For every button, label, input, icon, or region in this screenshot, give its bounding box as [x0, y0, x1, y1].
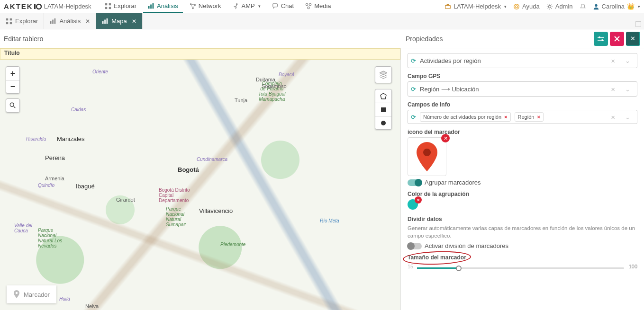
widget-title-input[interactable]: Título — [0, 48, 400, 60]
clear-icon[interactable]: × — [609, 113, 617, 121]
brand-name: AKTEK — [4, 2, 33, 10]
activity-value: Actividades por región — [420, 57, 605, 64]
refresh-icon[interactable]: ⟳ — [411, 86, 416, 93]
group-markers-toggle[interactable] — [408, 179, 422, 186]
map-city-label: Manizales — [57, 135, 85, 142]
svg-rect-16 — [445, 5, 451, 9]
editor-title: Editar tablero — [4, 35, 43, 43]
nav-network[interactable]: Network — [185, 0, 226, 13]
network-icon — [190, 3, 196, 9]
map-park-label: Parque Nacional Natural Los Nevados — [38, 228, 62, 248]
lifebuoy-icon — [513, 3, 520, 10]
zoom-in-button[interactable]: + — [6, 67, 19, 80]
pin-icon — [13, 290, 20, 299]
chevron-down-icon[interactable]: ⌄ — [621, 114, 634, 121]
slider-thumb[interactable] — [456, 266, 462, 271]
expand-icon[interactable] — [635, 21, 641, 27]
map-district-label: Bogotá Distrito Capital Departamento — [159, 187, 190, 203]
map-city-label: Tunja — [235, 97, 247, 103]
nav-analisis-label: Análisis — [157, 2, 178, 9]
svg-rect-4 — [105, 7, 107, 9]
svg-point-39 — [423, 149, 431, 156]
zoom-out-button[interactable]: − — [6, 80, 19, 93]
svg-rect-28 — [102, 21, 104, 24]
workspace-switcher[interactable]: LATAM-Helpdesk ▾ — [444, 3, 507, 10]
admin-link[interactable]: Admin — [546, 3, 573, 10]
remove-icon[interactable]: ✕ — [441, 134, 450, 142]
close-icon[interactable]: ✕ — [85, 18, 90, 25]
layers-button[interactable] — [375, 66, 392, 83]
chevron-down-icon[interactable]: ⌄ — [621, 82, 634, 96]
map-region-label: Boyacá — [279, 72, 294, 77]
activity-select[interactable]: ⟳ Actividades por región × ⌄ — [408, 53, 637, 68]
chevron-down-icon: ▾ — [638, 4, 640, 9]
split-label: Dividir datos — [408, 216, 637, 222]
pin-icon — [416, 142, 438, 171]
tab-analisis[interactable]: Análisis ✕ — [44, 13, 96, 29]
svg-rect-8 — [153, 3, 154, 8]
activate-split-toggle[interactable] — [408, 243, 422, 249]
map-region-label: Cundinamarca — [197, 157, 227, 162]
map-city-label: Girardot — [116, 197, 135, 203]
brand-logo: AKTEK — [4, 2, 42, 10]
nav-explorar[interactable]: Explorar — [100, 0, 141, 13]
refresh-icon[interactable]: ⟳ — [411, 114, 416, 121]
help-link[interactable]: Ayuda — [513, 3, 540, 10]
map-city-label: Armenia — [45, 176, 64, 181]
bell-icon — [580, 3, 586, 10]
notifications-button[interactable] — [580, 3, 586, 10]
svg-point-19 — [548, 5, 551, 8]
map-region-label: Oriente — [92, 69, 108, 74]
user-menu[interactable]: Carolina 👑 ▾ — [593, 3, 640, 10]
chevron-down-icon[interactable]: ⌄ — [621, 53, 634, 68]
svg-point-15 — [308, 7, 309, 9]
nav-amp[interactable]: AMP ▾ — [228, 0, 265, 13]
clear-icon[interactable]: × — [609, 85, 617, 93]
draw-circle-button[interactable] — [375, 116, 391, 129]
draw-tools — [375, 89, 392, 130]
group-color-label: Color de la agrupación — [408, 191, 637, 197]
marker-icon-preview[interactable]: ✕ — [408, 137, 446, 176]
tab-mapa[interactable]: Mapa ✕ — [96, 13, 143, 29]
nav-chat[interactable]: Chat — [267, 0, 299, 13]
draw-rect-button[interactable] — [375, 103, 391, 116]
group-color-swatch[interactable]: ✕ — [408, 199, 418, 210]
close-panel-button[interactable]: ✕ — [626, 32, 639, 45]
map-region-label: Caldas — [71, 107, 86, 112]
workspace-name[interactable]: LATAM-Helpdesk — [44, 3, 91, 10]
chip-label: Número de actividades por región — [423, 114, 501, 120]
refresh-icon[interactable]: ⟳ — [411, 57, 416, 64]
remove-icon[interactable]: ✕ — [415, 196, 422, 204]
tab-explorar[interactable]: Explorar — [0, 13, 44, 29]
draw-polygon-button[interactable] — [375, 89, 391, 103]
marker-size-slider[interactable]: 15 100 — [408, 263, 637, 274]
chip-region[interactable]: Región× — [515, 112, 544, 122]
chip-remove-icon[interactable]: × — [504, 114, 507, 120]
info-select[interactable]: ⟳ Número de actividades por región× Regi… — [408, 110, 637, 124]
map-park-label: Parque Nacional Natural Sumapaz — [166, 206, 186, 227]
svg-rect-22 — [10, 18, 12, 20]
top-navbar: AKTEK LATAM-Helpdesk Explorar Análisis N… — [0, 0, 644, 13]
gps-select[interactable]: ⟳ Región ⟶ Ubicación × ⌄ — [408, 81, 637, 97]
nav-media-label: Media — [314, 2, 331, 9]
grid-icon — [6, 18, 12, 25]
close-icon[interactable]: ✕ — [132, 18, 136, 25]
chevron-down-icon: ▾ — [504, 4, 507, 9]
svg-point-35 — [10, 103, 14, 106]
marker-icon-label: ícono del marcador — [408, 129, 637, 135]
nav-media[interactable]: Media — [300, 0, 336, 13]
nav-analisis[interactable]: Análisis — [143, 0, 183, 13]
group-markers-toggle-row: Agrupar marcadores — [408, 179, 637, 186]
nav-chat-label: Chat — [281, 2, 294, 9]
chip-remove-icon[interactable]: × — [537, 114, 540, 120]
map-legend[interactable]: Marcador — [7, 285, 56, 303]
clear-icon[interactable]: × — [609, 57, 617, 65]
map-city-label: Villavicencio — [199, 207, 233, 214]
chip-activity-count[interactable]: Número de actividades por región× — [420, 112, 511, 122]
svg-rect-29 — [104, 19, 106, 24]
svg-point-18 — [516, 5, 517, 7]
map-canvas[interactable]: + − Bogotá Manizales Pereira Ibagué Arme… — [0, 60, 400, 310]
tab-analisis-label: Análisis — [59, 18, 81, 25]
map-search-button[interactable] — [6, 98, 20, 113]
gps-label: Campo GPS — [408, 73, 637, 80]
